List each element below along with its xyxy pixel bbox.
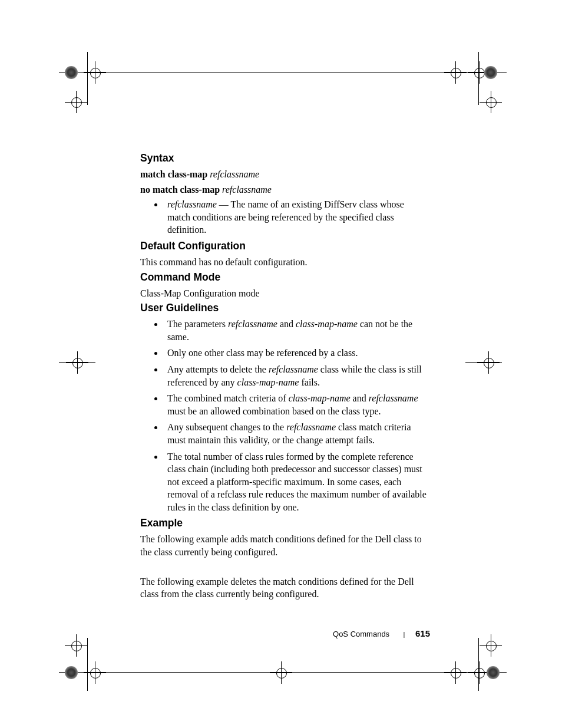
page-footer: QoS Commands | 615 [0,628,430,639]
registration-mark-icon [87,665,103,680]
heading-default-config: Default Configuration [140,240,429,252]
registration-mark-icon [481,355,496,370]
footer-section-name: QoS Commands [333,630,389,638]
heading-user-guidelines: User Guidelines [140,302,429,314]
registration-mark-icon [87,65,103,80]
syntax-line-1: match class-map refclassname [140,168,429,181]
list-item: The combined match criteria of class-map… [164,392,429,417]
text: refclassname [269,364,318,374]
registration-mark-icon [471,665,487,680]
footer-page-number: 615 [415,628,430,638]
crop-line-top [59,72,507,73]
page: Syntax match class-map refclassname no m… [0,0,562,728]
syntax-param: refclassname [222,185,272,195]
default-config-body: This command has no default configuratio… [140,256,429,269]
text: must be an allowed combination based on … [167,406,381,416]
text: refclassname [369,393,418,403]
registration-mark-icon [68,94,84,110]
content-body: Syntax match class-map refclassname no m… [140,152,429,603]
registration-mark-icon [64,65,79,80]
syntax-command: match class-map [140,169,210,179]
registration-mark-icon [483,65,498,80]
text: class-map-name [237,377,299,387]
heading-example: Example [140,517,429,529]
text: Any subsequent changes to the [167,422,286,432]
footer-separator: | [404,631,405,638]
syntax-line-2: no match class-map refclassname [140,183,429,196]
registration-mark-icon [68,638,84,653]
heading-command-mode: Command Mode [140,271,429,284]
text: The combined match criteria of [167,393,289,403]
registration-mark-icon [448,665,463,680]
crop-line-bl-v [87,638,88,691]
text: and [351,393,369,403]
list-item: The parameters refclassname and class-ma… [164,318,429,343]
command-mode-body: Class-Map Configuration mode [140,287,429,300]
list-item: refclassname — The name of an existing D… [164,198,429,236]
param-name: refclassname [167,199,219,209]
example-p2: The following example deletes the match … [140,575,429,601]
registration-mark-icon [483,638,498,653]
registration-mark-icon [483,94,498,110]
registration-mark-icon [448,65,463,80]
text: Any attempts to delete the [167,364,269,374]
example-p1: The following example adds match conditi… [140,533,429,558]
text: refclassname [228,319,277,329]
text: class-map-name [296,319,358,329]
list-item: The total number of class rules formed b… [164,450,429,514]
text: refclassname [286,422,336,432]
text: class-map-name [289,393,351,403]
registration-mark-icon [485,665,501,680]
text: fails. [299,377,320,387]
heading-syntax: Syntax [140,152,429,164]
text: The parameters [167,319,228,329]
guidelines-list: The parameters refclassname and class-ma… [140,318,429,513]
list-item: Any subsequent changes to the refclassna… [164,421,429,446]
syntax-params-list: refclassname — The name of an existing D… [140,198,429,236]
syntax-command: no match class-map [140,185,222,195]
registration-mark-icon [64,665,79,680]
syntax-param: refclassname [210,169,259,179]
registration-mark-icon [70,355,85,370]
list-item: Only one other class may be referenced b… [164,347,429,360]
registration-mark-icon [273,665,289,680]
text: and [277,319,296,329]
list-item: Any attempts to delete the refclassname … [164,363,429,388]
